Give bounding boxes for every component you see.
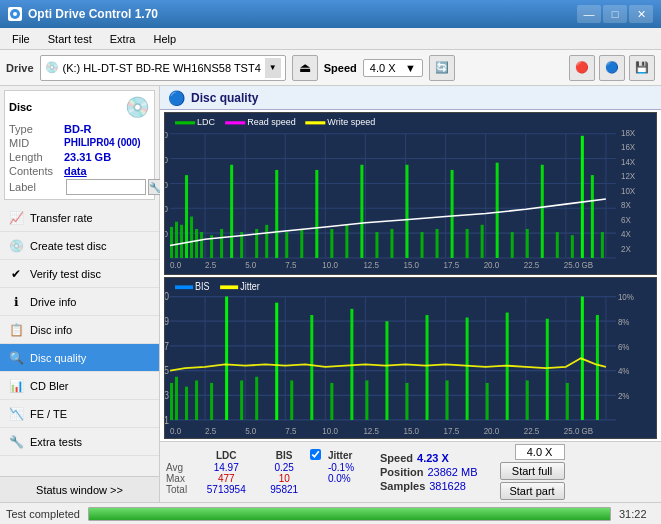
verify-test-disc-label: Verify test disc — [30, 268, 101, 280]
drive-dropdown-button[interactable]: ▼ — [265, 58, 281, 78]
sidebar: Disc 💿 Type BD-R MID PHILIPR04 (000) Len… — [0, 86, 160, 502]
sidebar-item-cd-bler[interactable]: 📊 CD Bler — [0, 372, 159, 400]
contents-value[interactable]: data — [64, 165, 87, 177]
total-ldc: 5713954 — [194, 484, 258, 495]
svg-text:20.0: 20.0 — [484, 424, 500, 435]
svg-text:6%: 6% — [618, 340, 630, 351]
svg-text:100: 100 — [165, 229, 168, 239]
svg-text:15.0: 15.0 — [403, 424, 419, 435]
svg-text:500: 500 — [165, 130, 168, 140]
fe-te-icon: 📉 — [8, 406, 24, 422]
mid-label: MID — [9, 137, 64, 149]
status-window-label: Status window >> — [36, 484, 123, 496]
sidebar-item-transfer-rate[interactable]: 📈 Transfer rate — [0, 204, 159, 232]
svg-text:17.5: 17.5 — [444, 261, 460, 270]
jitter-checkbox[interactable] — [310, 449, 321, 460]
label-input[interactable] — [66, 179, 146, 195]
svg-rect-70 — [451, 170, 454, 258]
eject-button[interactable]: ⏏ — [292, 55, 318, 81]
refresh-button[interactable]: 🔄 — [429, 55, 455, 81]
svg-text:7: 7 — [165, 339, 169, 351]
svg-text:1: 1 — [165, 413, 169, 425]
toolbar-icon-1[interactable]: 🔴 — [569, 55, 595, 81]
max-ldc: 477 — [194, 473, 258, 484]
menu-help[interactable]: Help — [145, 31, 184, 47]
svg-rect-132 — [210, 382, 213, 419]
sidebar-item-disc-info[interactable]: 📋 Disc info — [0, 316, 159, 344]
col-bis: BIS — [258, 449, 309, 462]
svg-text:10X: 10X — [621, 187, 636, 196]
svg-rect-59 — [285, 232, 288, 258]
svg-text:4X: 4X — [621, 230, 631, 239]
minimize-button[interactable]: — — [577, 5, 601, 23]
svg-rect-141 — [365, 380, 368, 420]
toolbar-icon-2[interactable]: 🔵 — [599, 55, 625, 81]
disc-quality-label: Disc quality — [30, 352, 86, 364]
sidebar-item-create-test-disc[interactable]: 💿 Create test disc — [0, 232, 159, 260]
sidebar-item-drive-info[interactable]: ℹ Drive info — [0, 288, 159, 316]
svg-text:5: 5 — [165, 364, 169, 376]
status-bar: Test completed 31:22 — [0, 502, 661, 524]
drive-selector[interactable]: 💿 (K:) HL-DT-ST BD-RE WH16NS58 TST4 ▼ — [40, 55, 286, 81]
svg-rect-48 — [185, 175, 188, 258]
svg-rect-135 — [255, 376, 258, 419]
svg-text:25.0 GB: 25.0 GB — [564, 261, 593, 270]
speed-box[interactable]: 4.0 X — [515, 444, 565, 460]
fe-te-label: FE / TE — [30, 408, 67, 420]
svg-text:10.0: 10.0 — [322, 424, 338, 435]
svg-text:2%: 2% — [618, 390, 630, 401]
transfer-rate-label: Transfer rate — [30, 212, 93, 224]
svg-text:3: 3 — [165, 389, 169, 401]
svg-rect-50 — [195, 229, 198, 258]
svg-text:4%: 4% — [618, 365, 630, 376]
speed-position-info: Speed 4.23 X Position 23862 MB Samples 3… — [380, 452, 478, 492]
svg-rect-45 — [170, 227, 173, 258]
controls-right: 4.0 X Start full Start part — [494, 444, 565, 500]
svg-rect-64 — [360, 165, 363, 258]
samples-value: 381628 — [429, 480, 466, 492]
col-ldc: LDC — [194, 449, 258, 462]
svg-rect-61 — [315, 170, 318, 258]
svg-rect-47 — [180, 225, 183, 258]
close-button[interactable]: ✕ — [629, 5, 653, 23]
create-test-disc-icon: 💿 — [8, 238, 24, 254]
start-full-button[interactable]: Start full — [500, 462, 565, 480]
save-button[interactable]: 💾 — [629, 55, 655, 81]
start-part-button[interactable]: Start part — [500, 482, 565, 500]
drive-label: Drive — [6, 62, 34, 74]
max-jitter: 0.0% — [324, 473, 364, 484]
svg-text:Read speed: Read speed — [247, 117, 296, 127]
menu-file[interactable]: File — [4, 31, 38, 47]
svg-rect-150 — [546, 318, 549, 419]
svg-rect-76 — [541, 165, 544, 258]
svg-rect-73 — [496, 163, 499, 258]
svg-rect-130 — [185, 386, 188, 419]
svg-text:22.5: 22.5 — [524, 261, 540, 270]
svg-text:BIS: BIS — [195, 280, 210, 292]
disc-info-panel: Disc 💿 Type BD-R MID PHILIPR04 (000) Len… — [4, 90, 155, 200]
disc-quality-icon: 🔍 — [8, 350, 24, 366]
svg-text:17.5: 17.5 — [444, 424, 460, 435]
transfer-rate-icon: 📈 — [8, 210, 24, 226]
svg-text:15.0: 15.0 — [403, 261, 419, 270]
svg-text:8%: 8% — [618, 316, 630, 327]
maximize-button[interactable]: □ — [603, 5, 627, 23]
svg-text:2.5: 2.5 — [205, 424, 216, 435]
svg-rect-80 — [591, 175, 594, 258]
speed-selector[interactable]: 4.0 X ▼ — [363, 59, 423, 77]
svg-text:7.5: 7.5 — [285, 261, 297, 270]
sidebar-item-disc-quality[interactable]: 🔍 Disc quality — [0, 344, 159, 372]
svg-rect-65 — [375, 232, 378, 258]
sidebar-item-extra-tests[interactable]: 🔧 Extra tests — [0, 428, 159, 456]
svg-rect-137 — [290, 380, 293, 420]
menu-extra[interactable]: Extra — [102, 31, 144, 47]
menu-start-test[interactable]: Start test — [40, 31, 100, 47]
avg-ldc: 14.97 — [194, 462, 258, 473]
sidebar-item-verify-test-disc[interactable]: ✔ Verify test disc — [0, 260, 159, 288]
svg-text:5.0: 5.0 — [245, 424, 256, 435]
svg-rect-46 — [175, 222, 178, 258]
sidebar-item-fe-te[interactable]: 📉 FE / TE — [0, 400, 159, 428]
svg-text:Jitter: Jitter — [240, 280, 260, 292]
status-window-button[interactable]: Status window >> — [0, 476, 159, 502]
svg-text:20.0: 20.0 — [484, 261, 500, 270]
